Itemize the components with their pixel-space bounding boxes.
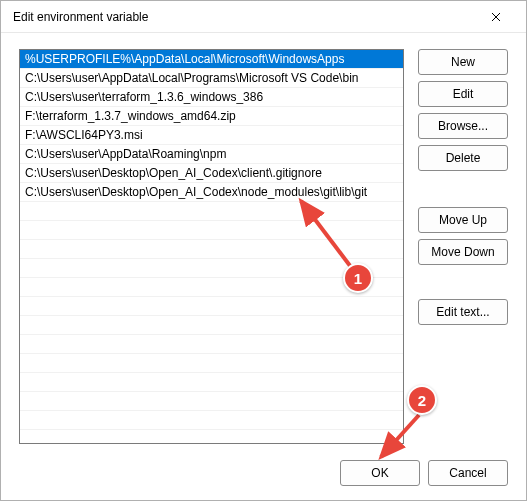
move-down-button[interactable]: Move Down xyxy=(418,239,508,265)
edit-env-var-window: Edit environment variable %USERPROFILE%\… xyxy=(0,0,527,501)
path-entry xyxy=(20,316,403,335)
path-entry xyxy=(20,221,403,240)
path-entry[interactable]: C:\Users\user\AppData\Roaming\npm xyxy=(20,145,403,164)
path-entry xyxy=(20,202,403,221)
bottom-buttons: OK Cancel xyxy=(340,460,508,486)
cancel-button[interactable]: Cancel xyxy=(428,460,508,486)
path-entry xyxy=(20,297,403,316)
close-icon xyxy=(491,12,501,22)
window-title: Edit environment variable xyxy=(13,10,476,24)
side-buttons: New Edit Browse... Delete Move Up Move D… xyxy=(418,49,508,450)
path-entry xyxy=(20,373,403,392)
new-button[interactable]: New xyxy=(418,49,508,75)
path-entry[interactable]: C:\Users\user\terraform_1.3.6_windows_38… xyxy=(20,88,403,107)
move-up-button[interactable]: Move Up xyxy=(418,207,508,233)
path-listbox[interactable]: %USERPROFILE%\AppData\Local\Microsoft\Wi… xyxy=(19,49,404,444)
path-entry[interactable]: C:\Users\user\Desktop\Open_AI_Codex\node… xyxy=(20,183,403,202)
path-entry xyxy=(20,392,403,411)
titlebar: Edit environment variable xyxy=(1,1,526,33)
close-button[interactable] xyxy=(476,3,516,31)
path-entry xyxy=(20,240,403,259)
path-entry xyxy=(20,354,403,373)
path-entry[interactable]: C:\Users\user\Desktop\Open_AI_Codex\clie… xyxy=(20,164,403,183)
spacer xyxy=(418,271,508,293)
delete-button[interactable]: Delete xyxy=(418,145,508,171)
path-entry[interactable]: C:\Users\user\AppData\Local\Programs\Mic… xyxy=(20,69,403,88)
path-entry[interactable]: F:\terraform_1.3.7_windows_amd64.zip xyxy=(20,107,403,126)
path-entry xyxy=(20,278,403,297)
edit-button[interactable]: Edit xyxy=(418,81,508,107)
browse-button[interactable]: Browse... xyxy=(418,113,508,139)
dialog-body: %USERPROFILE%\AppData\Local\Microsoft\Wi… xyxy=(1,33,526,500)
path-entry xyxy=(20,411,403,430)
path-entry xyxy=(20,259,403,278)
spacer xyxy=(418,177,508,201)
path-entry xyxy=(20,335,403,354)
path-entry[interactable]: %USERPROFILE%\AppData\Local\Microsoft\Wi… xyxy=(20,50,403,69)
edit-text-button[interactable]: Edit text... xyxy=(418,299,508,325)
path-entry[interactable]: F:\AWSCLI64PY3.msi xyxy=(20,126,403,145)
ok-button[interactable]: OK xyxy=(340,460,420,486)
